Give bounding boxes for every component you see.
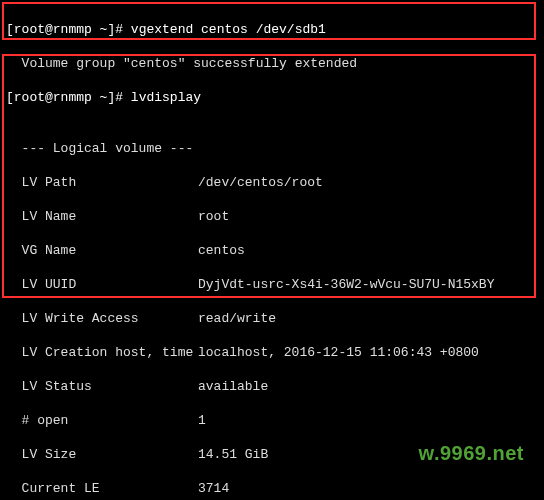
- lv1-creation: LV Creation host, timelocalhost, 2016-12…: [6, 344, 538, 361]
- prompt: [root@rnmmp ~]#: [6, 90, 131, 105]
- lv1-uuid: LV UUIDDyjVdt-usrc-Xs4i-36W2-wVcu-SU7U-N…: [6, 276, 538, 293]
- terminal-output: [root@rnmmp ~]# vgextend centos /dev/sdb…: [0, 0, 544, 500]
- lv1-open: # open1: [6, 412, 538, 429]
- lv1-status: LV Statusavailable: [6, 378, 538, 395]
- lv1-path: LV Path/dev/centos/root: [6, 174, 538, 191]
- lv1-current-le: Current LE3714: [6, 480, 538, 497]
- lv1-vg: VG Namecentos: [6, 242, 538, 259]
- lv1-header: --- Logical volume ---: [6, 140, 538, 157]
- command-text: vgextend centos /dev/sdb1: [131, 22, 326, 37]
- lv1-name: LV Nameroot: [6, 208, 538, 225]
- watermark-text: w.9969.net: [419, 442, 524, 465]
- command-line-2: [root@rnmmp ~]# lvdisplay: [6, 89, 538, 106]
- command-line-1: [root@rnmmp ~]# vgextend centos /dev/sdb…: [6, 21, 538, 38]
- prompt: [root@rnmmp ~]#: [6, 22, 131, 37]
- cmd1-output: Volume group "centos" successfully exten…: [6, 55, 538, 72]
- command-text: lvdisplay: [131, 90, 201, 105]
- lv1-write-access: LV Write Accessread/write: [6, 310, 538, 327]
